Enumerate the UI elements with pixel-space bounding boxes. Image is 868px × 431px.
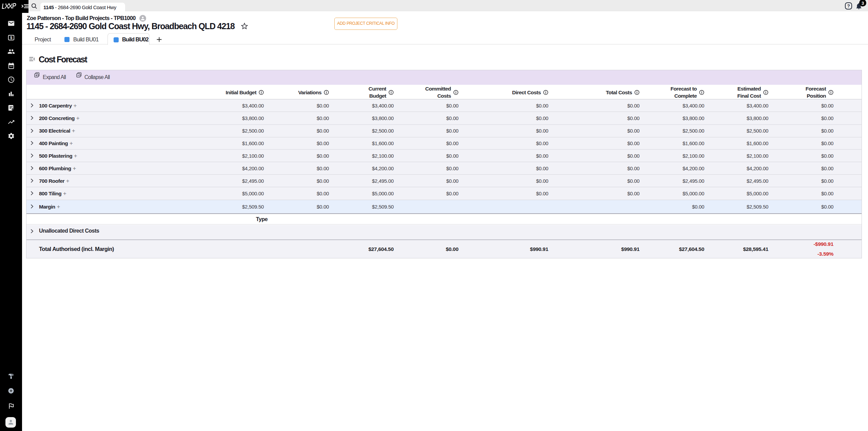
svg-text:$: $ (10, 36, 12, 40)
